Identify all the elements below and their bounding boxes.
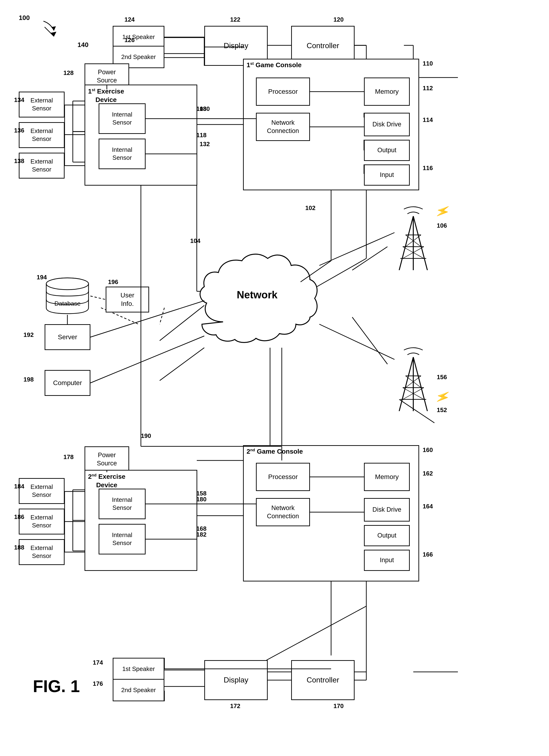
internal-sensor-2b: Internal Sensor xyxy=(99,524,146,554)
diagram: 100 1st Speaker 124 2nd Speaker 126 140 … xyxy=(0,0,549,756)
svg-line-58 xyxy=(399,357,413,411)
ref-178: 178 xyxy=(63,453,74,461)
memory-1-box: Memory xyxy=(364,78,410,106)
ref-190: 190 xyxy=(141,432,151,440)
svg-line-48 xyxy=(399,216,413,270)
ref-128: 128 xyxy=(63,69,74,77)
external-sensor-2b: External Sensor xyxy=(19,509,65,534)
memory-2-box: Memory xyxy=(364,463,410,491)
exercise-device-1-outer: 1st ExerciseDevice xyxy=(85,85,197,186)
speaker1-box: 1st Speaker xyxy=(113,26,164,48)
ref-176: 176 xyxy=(93,680,103,687)
ref-180: 180 xyxy=(196,496,207,503)
tower-106 xyxy=(394,204,432,270)
ref-188: 188 xyxy=(14,544,24,551)
ref-120: 120 xyxy=(333,16,343,23)
output-1-box: Output xyxy=(364,140,410,161)
output-2-box: Output xyxy=(364,525,410,546)
internal-sensor-1a: Internal Sensor xyxy=(99,103,146,134)
ref-122: 122 xyxy=(230,16,240,23)
ref-106: 106 xyxy=(437,222,447,229)
network-connection-2-box: Network Connection xyxy=(256,498,310,526)
svg-line-0 xyxy=(45,27,54,36)
ref-112: 112 xyxy=(423,85,433,92)
ref-172: 172 xyxy=(230,702,240,710)
svg-line-24 xyxy=(160,348,204,381)
ref-192: 192 xyxy=(23,331,34,339)
lightning-106: ⚡ xyxy=(434,202,452,220)
lightning-156: ⚡ xyxy=(434,388,452,406)
ref-116: 116 xyxy=(423,164,433,172)
svg-line-27 xyxy=(352,247,387,270)
ref-182: 182 xyxy=(196,531,207,538)
input-1-box: Input xyxy=(364,164,410,186)
svg-line-49 xyxy=(413,216,427,270)
ref-138: 138 xyxy=(14,157,24,165)
ref-166: 166 xyxy=(423,551,433,558)
external-sensor-2c: External Sensor xyxy=(19,539,65,565)
ref-114: 114 xyxy=(423,116,433,124)
ref-174: 174 xyxy=(93,659,103,666)
svg-line-22 xyxy=(317,258,366,287)
network-connection-1-box: Network Connection xyxy=(256,113,310,141)
ref-156: 156 xyxy=(437,374,447,381)
svg-line-36 xyxy=(267,606,366,660)
ref-196: 196 xyxy=(108,278,118,286)
server-box: Server xyxy=(45,324,90,350)
disk-drive-1-box: Disk Drive xyxy=(364,113,410,136)
external-sensor-2a: External Sensor xyxy=(19,478,65,504)
internal-sensor-1b: Internal Sensor xyxy=(99,139,146,169)
processor-2-box: Processor xyxy=(256,463,310,491)
ref-194: 194 xyxy=(37,274,47,281)
disk-drive-2-box: Disk Drive xyxy=(364,498,410,522)
ref-104: 104 xyxy=(190,237,200,245)
exercise-device-2-outer: 2nd ExerciseDevice xyxy=(85,470,197,571)
tower-156 xyxy=(394,345,432,411)
ref-134: 134 xyxy=(14,96,24,104)
speaker1-2-box: 1st Speaker xyxy=(113,658,164,680)
ref-184: 184 xyxy=(14,483,24,490)
speaker2-2-box: 2nd Speaker xyxy=(113,679,164,701)
ref-118: 118 xyxy=(196,132,207,139)
computer-box: Computer xyxy=(45,370,90,396)
controller-2-box: Controller xyxy=(291,660,354,700)
ref-110: 110 xyxy=(423,60,433,67)
network-cloud: Network xyxy=(195,247,319,348)
svg-line-26 xyxy=(160,308,164,324)
ref-140: 140 xyxy=(78,41,89,49)
svg-point-46 xyxy=(46,278,89,290)
svg-marker-1 xyxy=(51,32,56,36)
external-sensor-1c: External Sensor xyxy=(19,153,65,179)
ref-186: 186 xyxy=(14,513,24,521)
input-2-box: Input xyxy=(364,550,410,571)
svg-text:Network: Network xyxy=(237,289,277,300)
svg-line-59 xyxy=(413,357,427,411)
ref-152: 152 xyxy=(437,406,447,414)
ref-108: 108 xyxy=(196,105,207,113)
user-info-box: User Info. xyxy=(106,287,149,312)
power-source-2-box: Power Source xyxy=(85,446,129,472)
external-sensor-1a: External Sensor xyxy=(19,92,65,117)
external-sensor-1b: External Sensor xyxy=(19,122,65,148)
ref-132: 132 xyxy=(200,140,210,148)
database-symbol xyxy=(45,277,90,315)
ref-102: 102 xyxy=(305,204,315,212)
svg-line-28 xyxy=(352,317,387,364)
ref-100: 100 xyxy=(19,14,30,22)
ref-160: 160 xyxy=(423,446,433,454)
ref-136: 136 xyxy=(14,127,24,134)
internal-sensor-2a: Internal Sensor xyxy=(99,489,146,519)
ref-126: 126 xyxy=(125,36,135,44)
ref-124: 124 xyxy=(125,16,135,23)
ref-198: 198 xyxy=(23,376,34,383)
processor-1-box: Processor xyxy=(256,78,310,106)
ref-164: 164 xyxy=(423,503,433,510)
ref-170: 170 xyxy=(333,702,343,710)
display-2-box: Display xyxy=(204,660,268,700)
ref-162: 162 xyxy=(423,470,433,477)
fig-label: FIG. 1 xyxy=(33,677,80,696)
